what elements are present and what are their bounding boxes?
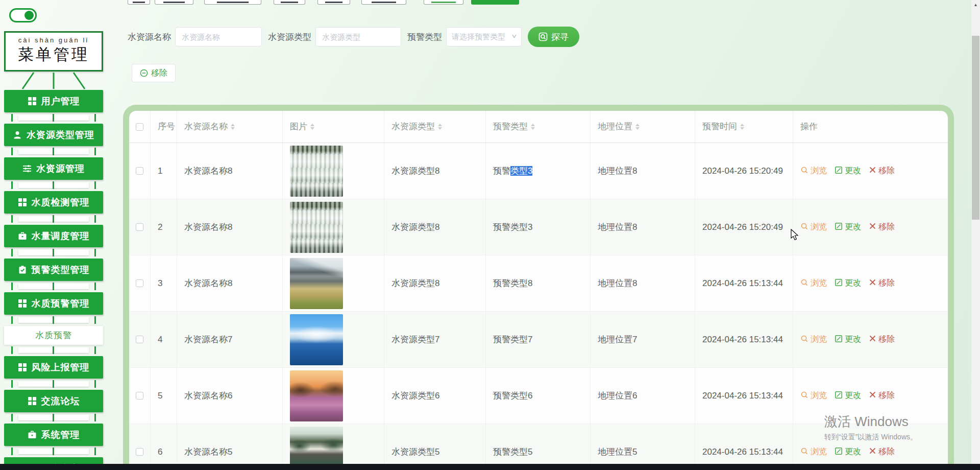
sidebar-item-6[interactable]: 水质预警管理 [4, 292, 103, 315]
sidebar-item-3[interactable]: 水质检测管理 [4, 191, 103, 214]
warning-type-select[interactable]: 请选择预警类型 ˅ [446, 27, 522, 46]
clipboard-check-icon [18, 265, 27, 274]
menu-connector [4, 180, 103, 191]
row-checkbox[interactable] [136, 279, 143, 287]
row-checkbox[interactable] [136, 448, 143, 456]
warning-type-cell: 预警类型3 [493, 165, 532, 177]
sort-icon[interactable] [531, 124, 535, 130]
column-header[interactable]: 预警时间 [695, 111, 793, 143]
sliders-icon [22, 164, 32, 173]
edit-icon [835, 391, 843, 401]
water-type-cell: 水资源类型8 [391, 277, 439, 289]
sort-icon[interactable] [231, 124, 235, 130]
column-header[interactable]: 预警类型 [486, 111, 591, 143]
edit-icon [835, 278, 843, 289]
column-header[interactable]: 图片 [283, 111, 384, 143]
sidebar-item-label: 预警类型管理 [32, 264, 90, 276]
view-link[interactable]: 浏览 [800, 447, 827, 457]
sidebar-item-1[interactable]: 水资源类型管理 [4, 124, 103, 146]
batch-remove-label: 移除 [151, 68, 167, 79]
edit-icon [835, 166, 843, 176]
warning-type-cell: 预警类型3 [493, 221, 532, 233]
column-header-label: 序号 [158, 122, 175, 132]
field-label-type: 水资源类型 [268, 31, 311, 43]
row-checkbox[interactable] [136, 336, 143, 343]
edit-icon [835, 447, 843, 457]
search-form: 水资源名称 水资源类型 预警类型 请选择预警类型 ˅ 探寻 [128, 27, 579, 47]
close-icon [869, 335, 876, 344]
edit-link[interactable]: 更改 [835, 334, 861, 345]
remove-link[interactable]: 移除 [869, 166, 895, 176]
location-cell: 地理位置5 [598, 446, 637, 458]
column-header[interactable]: 水资源名称 [177, 111, 283, 143]
scrollbar-thumb[interactable] [972, 36, 979, 220]
vertical-scrollbar[interactable]: ▲ [971, 0, 980, 470]
scroll-up-arrow-icon[interactable]: ▲ [971, 0, 980, 9]
grid-icon [28, 396, 37, 406]
view-link[interactable]: 浏览 [800, 166, 827, 176]
close-icon [869, 222, 876, 232]
edit-icon [835, 222, 843, 232]
sidebar-item-8[interactable]: 风险上报管理 [4, 356, 103, 379]
water-type-input[interactable] [315, 27, 401, 46]
view-link[interactable]: 浏览 [800, 222, 827, 232]
sidebar-item-label: 风险上报管理 [32, 361, 90, 373]
sort-icon[interactable] [635, 124, 640, 130]
view-link[interactable]: 浏览 [800, 334, 827, 345]
water-name-input[interactable] [175, 27, 262, 46]
sidebar-item-label: 水质检测管理 [32, 196, 90, 208]
water-type-cell: 水资源类型6 [391, 390, 439, 402]
sort-icon[interactable] [310, 124, 314, 130]
remove-link[interactable]: 移除 [869, 390, 895, 401]
menu-connector [4, 446, 103, 457]
waterfall-photo[interactable] [290, 202, 343, 253]
search-button[interactable]: 探寻 [528, 27, 579, 47]
column-header-label: 水资源类型 [391, 122, 435, 132]
warning-type-cell: 预警类型6 [493, 390, 532, 402]
table-header-row: 序号水资源名称图片水资源类型预警类型地理位置预警时间操作 [129, 111, 948, 143]
remove-link[interactable]: 移除 [869, 278, 895, 289]
column-header[interactable]: 地理位置 [591, 111, 695, 143]
sort-icon[interactable] [438, 124, 442, 130]
lake-photo[interactable] [290, 314, 343, 365]
column-header-label: 预警时间 [702, 122, 737, 132]
sidebar-item-7-active[interactable]: 水质预警 [4, 326, 103, 345]
remove-link[interactable]: 移除 [869, 334, 895, 345]
edit-link[interactable]: 更改 [835, 166, 861, 176]
edit-link[interactable]: 更改 [835, 390, 861, 401]
location-cell: 地理位置8 [598, 221, 637, 233]
mountain-photo[interactable] [290, 258, 343, 309]
sunset-photo[interactable] [290, 370, 343, 421]
sidebar-item-2[interactable]: 水资源管理 [4, 157, 103, 180]
row-checkbox[interactable] [136, 167, 143, 175]
row-checkbox[interactable] [136, 392, 143, 400]
view-link[interactable]: 浏览 [800, 390, 827, 401]
select-all-checkbox[interactable] [136, 123, 143, 131]
batch-remove-button[interactable]: 移除 [132, 64, 176, 82]
remove-link[interactable]: 移除 [869, 447, 895, 457]
water-name-cell: 水资源名称6 [184, 390, 232, 402]
row-checkbox[interactable] [136, 223, 143, 231]
remove-link[interactable]: 移除 [869, 222, 895, 232]
sort-icon[interactable] [740, 124, 744, 130]
water-name-cell: 水资源名称7 [184, 334, 232, 345]
edit-link[interactable]: 更改 [835, 447, 861, 457]
grid-icon [18, 299, 27, 308]
column-header[interactable]: 水资源类型 [384, 111, 486, 143]
warning-type-cell: 预警类型7 [493, 334, 532, 345]
sidebar-item-9[interactable]: 交流论坛 [4, 390, 103, 412]
waterfall-photo[interactable] [290, 146, 343, 197]
table-row-6: 6水资源名称5水资源类型5预警类型5地理位置52024-04-26 15:13:… [129, 424, 948, 470]
column-header-label: 水资源名称 [184, 122, 228, 132]
sidebar-item-10[interactable]: 系统管理 [4, 424, 103, 446]
water-type-cell: 水资源类型7 [391, 334, 439, 345]
sidebar-item-5[interactable]: 预警类型管理 [4, 258, 103, 281]
sidebar-item-0[interactable]: 用户管理 [4, 90, 103, 112]
table-row-4: 4水资源名称7水资源类型7预警类型7地理位置72024-04-26 15:13:… [129, 312, 948, 368]
edit-link[interactable]: 更改 [835, 222, 861, 232]
view-link[interactable]: 浏览 [800, 278, 827, 289]
sidebar-item-4[interactable]: 水量调度管理 [4, 225, 103, 247]
edit-link[interactable]: 更改 [835, 278, 861, 289]
sidebar-toggle-switch[interactable] [9, 8, 37, 22]
edit-icon [835, 335, 843, 345]
